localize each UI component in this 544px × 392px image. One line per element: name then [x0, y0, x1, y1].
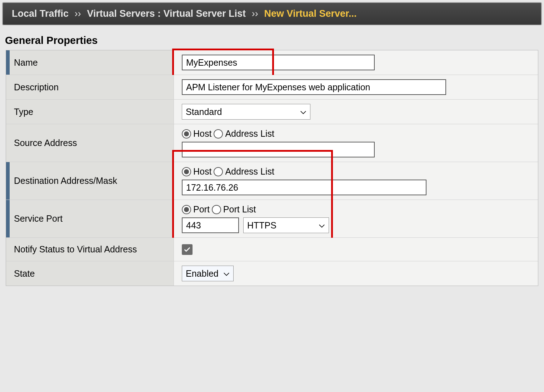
chevron-down-icon [319, 220, 325, 230]
row-notify-status: Notify Status to Virtual Address [6, 238, 538, 261]
breadcrumb-separator-icon: ›› [75, 8, 81, 19]
radio-icon [214, 129, 223, 139]
value-cell-source-address: Host Address List [174, 124, 538, 162]
value-cell-notify-status [174, 238, 538, 261]
row-service-port: Service Port Port Port List HTTPS [6, 200, 538, 238]
value-cell-service-port: Port Port List HTTPS [174, 200, 538, 237]
radio-icon [182, 205, 191, 214]
row-description: Description [6, 75, 538, 100]
general-properties-form: Name Description Type Standard Source Ad… [6, 50, 538, 286]
label-description: Description [6, 75, 174, 99]
service-port-radio-group: Port Port List [182, 204, 530, 215]
radio-label-host: Host [193, 166, 211, 177]
breadcrumb: Local Traffic ›› Virtual Servers : Virtu… [2, 2, 542, 25]
radio-icon [214, 167, 223, 176]
radio-icon [182, 129, 191, 139]
dest-host-radio[interactable]: Host [182, 166, 211, 177]
value-cell-state: Enabled [174, 261, 538, 286]
source-address-radio-group: Host Address List [182, 129, 530, 139]
radio-label-address-list: Address List [225, 129, 274, 139]
radio-label-port: Port [193, 204, 210, 215]
protocol-select-text: HTTPS [247, 220, 315, 231]
dest-address-list-radio[interactable]: Address List [214, 166, 274, 177]
radio-label-address-list: Address List [225, 166, 274, 177]
source-host-radio[interactable]: Host [182, 129, 211, 139]
row-state: State Enabled [6, 261, 538, 286]
description-input[interactable] [182, 79, 446, 95]
state-select-text: Enabled [186, 268, 220, 279]
label-service-port: Service Port [6, 200, 174, 237]
row-type: Type Standard [6, 100, 538, 124]
breadcrumb-separator-icon: ›› [252, 8, 258, 19]
chevron-down-icon [223, 268, 230, 278]
destination-address-input[interactable] [182, 180, 426, 195]
dest-address-radio-group: Host Address List [182, 166, 530, 177]
radio-icon [212, 205, 221, 214]
label-destination-address: Destination Address/Mask [6, 162, 174, 200]
radio-label-host: Host [193, 129, 211, 139]
name-input[interactable] [182, 55, 375, 70]
radio-label-port-list: Port List [223, 204, 256, 215]
value-cell-description [174, 75, 538, 99]
breadcrumb-seg-local-traffic[interactable]: Local Traffic [12, 8, 69, 19]
value-cell-name [174, 50, 538, 75]
port-inline-row: HTTPS [182, 217, 530, 233]
value-cell-type: Standard [174, 100, 538, 124]
notify-status-checkbox[interactable] [182, 244, 193, 255]
check-icon [183, 246, 191, 253]
source-address-input[interactable] [182, 142, 375, 157]
breadcrumb-seg-new-virtual-server: New Virtual Server... [264, 8, 356, 19]
label-type: Type [6, 100, 174, 124]
row-source-address: Source Address Host Address List [6, 124, 538, 162]
chevron-down-icon [300, 107, 306, 117]
protocol-select[interactable]: HTTPS [243, 217, 329, 233]
radio-icon [182, 167, 191, 176]
label-state: State [6, 261, 174, 286]
type-select[interactable]: Standard [182, 104, 310, 120]
source-address-list-radio[interactable]: Address List [214, 129, 274, 139]
section-title: General Properties [0, 27, 544, 50]
breadcrumb-seg-virtual-servers[interactable]: Virtual Servers : Virtual Server List [87, 8, 246, 19]
label-source-address: Source Address [6, 124, 174, 162]
label-notify-status: Notify Status to Virtual Address [6, 238, 174, 261]
label-name: Name [6, 50, 174, 75]
port-radio[interactable]: Port [182, 204, 210, 215]
value-cell-destination-address: Host Address List [174, 162, 538, 200]
state-select[interactable]: Enabled [182, 266, 234, 281]
row-destination-address: Destination Address/Mask Host Address Li… [6, 162, 538, 200]
port-list-radio[interactable]: Port List [212, 204, 256, 215]
type-select-text: Standard [186, 107, 296, 117]
row-name: Name [6, 50, 538, 75]
port-input[interactable] [182, 217, 239, 233]
